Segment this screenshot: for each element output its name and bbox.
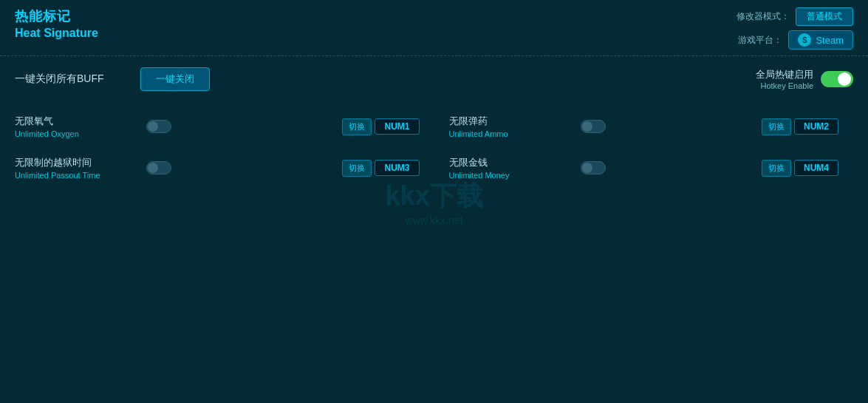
mode-row: 修改器模式： 普通模式 xyxy=(737,7,853,26)
app-container: 热能标记 Heat Signature 修改器模式： 普通模式 游戏平台： S … xyxy=(0,0,868,403)
content: 一键关闭所有BUFF 一键关闭 全局热键启用 Hotkey Enable 无限氧… xyxy=(0,56,868,200)
option-en-0: Unlimited Oxygen xyxy=(15,129,133,138)
option-en-2: Unlimited Passout Time xyxy=(15,171,133,180)
option-en-3: Unlimited Money xyxy=(449,171,567,180)
option-cn-1: 无限弹药 xyxy=(449,115,567,128)
option-row-2: 无限制的越狱时间 Unlimited Passout Time 切换 NUM3 xyxy=(15,147,434,189)
switch-btn-0[interactable]: 切换 xyxy=(342,118,372,135)
hotkey-buttons-2: 切换 NUM3 xyxy=(342,160,419,177)
hotkey-section: 全局热键启用 Hotkey Enable xyxy=(756,68,853,90)
title-cn: 热能标记 xyxy=(15,7,98,25)
option-row-3: 无限金钱 Unlimited Money 切换 NUM4 xyxy=(434,147,854,189)
hotkey-label-block: 全局热键启用 Hotkey Enable xyxy=(756,68,813,90)
platform-label: 游戏平台： xyxy=(738,34,782,47)
option-text-1: 无限弹药 Unlimited Ammo xyxy=(449,115,567,138)
small-toggle-0[interactable] xyxy=(146,120,171,133)
small-toggle-1[interactable] xyxy=(581,120,606,133)
switch-btn-2[interactable]: 切换 xyxy=(342,160,372,177)
hotkey-en: Hotkey Enable xyxy=(760,81,813,90)
hotkey-cn: 全局热键启用 xyxy=(756,68,813,81)
platform-row: 游戏平台： S Steam xyxy=(738,30,853,50)
option-text-2: 无限制的越狱时间 Unlimited Passout Time xyxy=(15,156,133,180)
key-btn-1: NUM2 xyxy=(794,118,838,135)
hotkey-buttons-0: 切换 NUM1 xyxy=(342,118,419,135)
option-cn-3: 无限金钱 xyxy=(449,156,567,169)
header-right: 修改器模式： 普通模式 游戏平台： S Steam xyxy=(737,7,853,50)
steam-icon: S xyxy=(798,33,811,47)
option-row-1: 无限弹药 Unlimited Ammo 切换 NUM2 xyxy=(434,106,854,147)
title-block: 热能标记 Heat Signature xyxy=(15,7,98,40)
switch-btn-1[interactable]: 切换 xyxy=(762,118,791,135)
toggle-spacer-0 xyxy=(144,120,174,133)
switch-btn-3[interactable]: 切换 xyxy=(762,160,791,177)
small-toggle-2[interactable] xyxy=(146,161,171,175)
toggle-spacer-2 xyxy=(144,161,174,175)
option-cn-0: 无限氧气 xyxy=(15,115,133,128)
header: 热能标记 Heat Signature 修改器模式： 普通模式 游戏平台： S … xyxy=(0,0,868,56)
one-click-row: 一键关闭所有BUFF 一键关闭 全局热键启用 Hotkey Enable xyxy=(15,67,853,91)
watermark-url: www.kkx.net xyxy=(385,214,482,226)
option-text-0: 无限氧气 Unlimited Oxygen xyxy=(15,115,133,138)
mode-label: 修改器模式： xyxy=(737,10,790,23)
option-cn-2: 无限制的越狱时间 xyxy=(15,156,133,169)
options-grid: 无限氧气 Unlimited Oxygen 切换 NUM1 无限弹药 Unlim… xyxy=(15,106,853,189)
platform-button[interactable]: S Steam xyxy=(788,30,853,50)
platform-name: Steam xyxy=(816,35,844,46)
one-click-button[interactable]: 一键关闭 xyxy=(140,67,210,91)
one-click-label: 一键关闭所有BUFF xyxy=(15,72,118,86)
option-en-1: Unlimited Ammo xyxy=(449,129,567,138)
option-text-3: 无限金钱 Unlimited Money xyxy=(449,156,567,180)
option-row-0: 无限氧气 Unlimited Oxygen 切换 NUM1 xyxy=(15,106,434,147)
mode-button[interactable]: 普通模式 xyxy=(796,7,853,26)
small-toggle-3[interactable] xyxy=(581,161,606,175)
hotkey-toggle[interactable] xyxy=(821,71,853,87)
hotkey-buttons-3: 切换 NUM4 xyxy=(762,160,838,177)
hotkey-buttons-1: 切换 NUM2 xyxy=(762,118,838,135)
key-btn-0: NUM1 xyxy=(375,118,419,135)
toggle-spacer-1 xyxy=(578,120,608,133)
key-btn-2: NUM3 xyxy=(375,160,419,176)
key-btn-3: NUM4 xyxy=(794,160,838,176)
toggle-spacer-3 xyxy=(578,161,608,175)
title-en: Heat Signature xyxy=(15,27,98,40)
